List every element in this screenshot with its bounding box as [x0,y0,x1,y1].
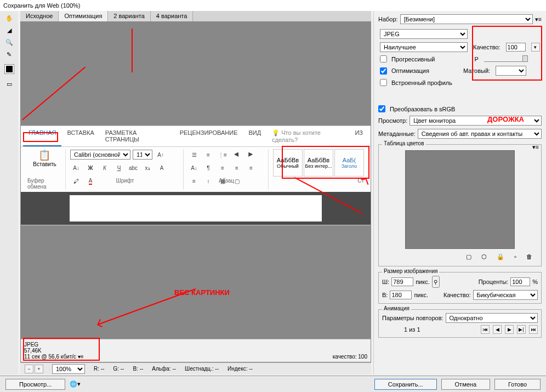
first-frame-icon[interactable]: ⏮ [481,325,490,334]
metadata-select[interactable]: Сведения об авт. правах и контакты [418,129,542,139]
resample-select[interactable]: Бикубическая [473,290,538,300]
paste-label: Вставить [33,161,56,167]
line-spacing-icon[interactable]: ↕ [202,175,214,186]
embed-profile-checkbox[interactable]: Встроенный профиль [380,79,452,86]
matte-select[interactable] [496,66,526,76]
decrease-font-icon[interactable]: A↓ [70,162,82,173]
tell-me[interactable]: 💡 Что вы хотите сделать? [266,126,349,146]
preview-button[interactable]: Просмотр... [5,379,65,390]
zoom-tool-icon[interactable]: 🔍 [3,37,15,47]
strike-icon[interactable]: abc [127,162,139,173]
group-clipboard: Буфер обмена [27,178,62,190]
numbering-icon[interactable]: ≡ [202,149,214,160]
zoom-select[interactable]: 100% [52,364,85,374]
underline-icon[interactable]: Ч [113,162,125,173]
next-frame-icon[interactable]: ▶| [517,325,526,334]
quality-dropdown-icon[interactable]: ▾ [531,43,540,52]
increase-font-icon[interactable]: A↑ [155,149,167,160]
tab-4up[interactable]: 4 варианта [151,11,194,21]
ribbon-tab-view[interactable]: ВИД [243,126,266,146]
play-icon[interactable]: ▶ [505,325,514,334]
highlight-icon[interactable]: 🖍 [70,175,82,186]
tool-palette: ✋ ◢ 🔍 ✎ ▭ [0,11,18,374]
indent-dec-icon[interactable]: ⯇ [231,149,243,160]
font-name-select[interactable]: Calibri (основной) [70,150,130,160]
paste-icon[interactable]: 📋 [38,149,50,161]
color-table-title: Таблица цветов [382,140,426,146]
quality-slider[interactable] [484,53,528,62]
info-quality: качество: 100 [333,354,367,360]
align-left-icon[interactable]: ≡ [217,162,229,173]
style-heading[interactable]: АаБ(Заголо [334,149,364,177]
ribbon-iz: ИЗ [349,126,368,146]
font-size-select[interactable]: 11 [133,150,152,160]
align-right-icon[interactable]: ≡ [245,162,257,173]
style-nospacing[interactable]: АаБбВвБез интер... [304,149,333,177]
quality-input[interactable] [506,43,526,52]
style-normal[interactable]: АаБбВвОбычный [273,149,303,177]
info-menu-icon[interactable]: ▾≡ [78,354,84,360]
ribbon-tab-insert[interactable]: ВСТАВКА [61,126,99,146]
ct-trash-icon[interactable]: 🗑 [526,253,532,260]
annotation-weight: ВЕС КАРТИНКИ [174,288,230,297]
preview-select[interactable]: Цвет монитора [410,116,542,126]
panel-menu-icon[interactable]: ▾≡ [535,16,542,23]
foreground-color-swatch[interactable] [5,65,14,73]
save-button[interactable]: Сохранить... [374,379,437,390]
align-center-icon[interactable]: ≡ [231,162,243,173]
slice-tool-icon[interactable]: ◢ [3,25,15,35]
sub-icon[interactable]: x₂ [141,162,153,173]
percent-sign: % [532,279,538,285]
ct-map-icon[interactable]: 🔒 [497,253,504,260]
cancel-button[interactable]: Отмена [441,379,490,390]
document-page [70,195,322,221]
multilevel-icon[interactable]: ⋮≡ [217,149,229,160]
justify-icon[interactable]: ≡ [188,175,200,186]
ribbon-tab-home[interactable]: ГЛАВНАЯ [23,126,61,146]
colortable-menu-icon[interactable]: ▾≡ [532,144,539,151]
width-input[interactable] [391,277,413,286]
color-table-grid[interactable] [405,150,515,249]
status-bar: −+ 100% R: -- G: -- B: -- Альфа: -- Шест… [20,362,371,374]
percent-input[interactable] [510,277,530,286]
convert-srgb-checkbox[interactable]: Преобразовать в sRGB [378,105,455,112]
bold-icon[interactable]: Ж [84,162,96,173]
quality-preset-select[interactable]: Наилучшее [380,42,468,52]
tab-2up[interactable]: 2 варианта [108,11,151,21]
preset-select[interactable]: [Безимени] [400,14,533,24]
ribbon-tab-layout[interactable]: РАЗМЕТКА СТРАНИЦЫ [100,126,174,146]
bullets-icon[interactable]: ☰ [188,149,200,160]
link-dimensions-icon[interactable]: ⚲ [432,276,440,288]
height-input[interactable] [390,291,412,299]
eyedropper-tool-icon[interactable]: ✎ [3,49,15,59]
loop-select[interactable]: Однократно [446,313,538,323]
browser-icon[interactable]: 🌐▾ [70,380,81,388]
ct-shift-icon[interactable]: ⬡ [481,253,487,260]
optimize-checkbox[interactable]: Оптимизация [380,67,429,75]
image-size-panel: Размер изображения Ш: пикс. ⚲ Проценты: … [378,272,542,304]
tab-optimized[interactable]: Оптимизация [59,11,108,21]
show-marks-icon[interactable]: ¶ [202,162,214,173]
zoom-out-icon[interactable]: − [25,365,33,373]
indent-inc-icon[interactable]: ⯈ [245,149,257,160]
ct-lock-icon[interactable]: ▢ [466,253,471,260]
italic-icon[interactable]: К [99,162,111,173]
progressive-checkbox[interactable]: Прогрессивный [380,55,435,63]
sort-icon[interactable]: A↓ [188,162,200,173]
zoom-in-icon[interactable]: + [35,365,43,373]
toggle-slices-icon[interactable]: ▭ [3,79,15,89]
ct-new-icon[interactable]: ▫ [514,253,516,260]
tell-me-label: Что вы хотите сделать? [272,129,321,143]
status-g: G: -- [113,366,124,372]
ribbon-tab-review[interactable]: РЕЦЕНЗИРОВАНИЕ [174,126,243,146]
hand-tool-icon[interactable]: ✋ [3,13,15,23]
format-select[interactable]: JPEG [380,29,468,39]
font-color-icon[interactable]: A [84,175,96,186]
width-unit: пикс. [416,279,430,285]
tab-original[interactable]: Исходное [20,11,59,21]
text-effects-icon[interactable]: A [156,162,168,173]
embedded-word-ribbon: ГЛАВНАЯ ВСТАВКА РАЗМЕТКА СТРАНИЦЫ РЕЦЕНЗ… [21,126,371,225]
done-button[interactable]: Готово [494,379,541,390]
last-frame-icon[interactable]: ⏭ [529,325,538,334]
prev-frame-icon[interactable]: ◀ [493,325,502,334]
